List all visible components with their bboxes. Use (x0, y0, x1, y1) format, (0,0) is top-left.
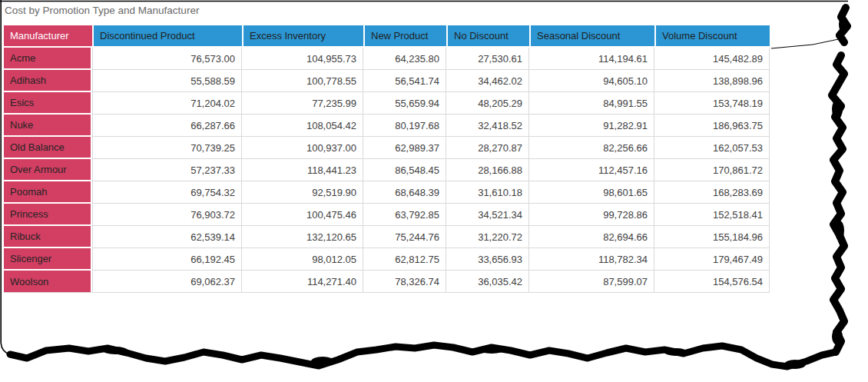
column-header-new-product[interactable]: New Product (363, 25, 446, 48)
row-header-over-armour[interactable]: Over Armour (4, 159, 92, 181)
cell-slicenger-discontinued-product[interactable]: 66,192.45 (92, 248, 242, 271)
matrix-row-nuke: Nuke66,287.66108,054.4280,197.6832,418.5… (4, 115, 770, 137)
cell-poomah-seasonal-discount[interactable]: 98,601.65 (529, 181, 654, 204)
cell-adihash-new-product[interactable]: 56,541.74 (363, 70, 446, 92)
cell-adihash-no-discount[interactable]: 34,462.02 (446, 70, 529, 92)
cell-princess-new-product[interactable]: 63,792.85 (363, 204, 446, 226)
matrix-row-slicenger: Slicenger66,192.4598,012.0562,812.7533,6… (4, 248, 770, 271)
cell-acme-volume-discount[interactable]: 145,482.89 (654, 48, 770, 70)
cell-ribuck-no-discount[interactable]: 31,220.72 (446, 226, 529, 248)
cell-acme-seasonal-discount[interactable]: 114,194.61 (529, 48, 654, 70)
cell-over-armour-discontinued-product[interactable]: 57,237.33 (92, 159, 242, 181)
matrix-row-old-balance: Old Balance70,739.25100,937.0062,989.372… (4, 137, 770, 159)
cost-matrix-table: ManufacturerDiscontinued ProductExcess I… (4, 25, 770, 293)
cell-poomah-no-discount[interactable]: 31,610.18 (446, 181, 529, 204)
cell-esics-excess-inventory[interactable]: 77,235.99 (242, 92, 363, 115)
row-header-esics[interactable]: Esics (4, 92, 92, 115)
matrix-row-acme: Acme76,573.00104,955.7364,235.8027,530.6… (4, 48, 770, 70)
cell-woolson-discontinued-product[interactable]: 69,062.37 (92, 271, 242, 293)
cell-ribuck-discontinued-product[interactable]: 62,539.14 (92, 226, 242, 248)
cell-adihash-seasonal-discount[interactable]: 94,605.10 (529, 70, 654, 92)
column-header-discontinued-product[interactable]: Discontinued Product (92, 25, 242, 48)
cell-old-balance-volume-discount[interactable]: 162,057.53 (654, 137, 770, 159)
row-header-slicenger[interactable]: Slicenger (4, 248, 92, 271)
cell-nuke-seasonal-discount[interactable]: 91,282.91 (529, 115, 654, 137)
matrix-row-over-armour: Over Armour57,237.33118,441.2386,548.452… (4, 159, 770, 181)
row-header-old-balance[interactable]: Old Balance (4, 137, 92, 159)
cell-nuke-new-product[interactable]: 80,197.68 (363, 115, 446, 137)
row-header-nuke[interactable]: Nuke (4, 115, 92, 137)
cell-old-balance-discontinued-product[interactable]: 70,739.25 (92, 137, 242, 159)
column-header-volume-discount[interactable]: Volume Discount (654, 25, 770, 48)
cell-acme-discontinued-product[interactable]: 76,573.00 (92, 48, 242, 70)
cell-ribuck-excess-inventory[interactable]: 132,120.65 (242, 226, 363, 248)
matrix-row-adihash: Adihash55,588.59100,778.5556,541.7434,46… (4, 70, 770, 92)
matrix-header-row: ManufacturerDiscontinued ProductExcess I… (4, 25, 770, 48)
cell-old-balance-seasonal-discount[interactable]: 82,256.66 (529, 137, 654, 159)
cell-nuke-discontinued-product[interactable]: 66,287.66 (92, 115, 242, 137)
cell-princess-excess-inventory[interactable]: 100,475.46 (242, 204, 363, 226)
row-header-princess[interactable]: Princess (4, 204, 92, 226)
cell-esics-seasonal-discount[interactable]: 84,991.55 (529, 92, 654, 115)
column-header-no-discount[interactable]: No Discount (446, 25, 529, 48)
cell-esics-no-discount[interactable]: 48,205.29 (446, 92, 529, 115)
column-header-seasonal-discount[interactable]: Seasonal Discount (529, 25, 654, 48)
cell-ribuck-volume-discount[interactable]: 155,184.96 (654, 226, 770, 248)
cell-slicenger-no-discount[interactable]: 33,656.93 (446, 248, 529, 271)
cell-over-armour-no-discount[interactable]: 28,166.88 (446, 159, 529, 181)
cell-esics-discontinued-product[interactable]: 71,204.02 (92, 92, 242, 115)
report-snippet: Cost by Promotion Type and Manufacturer … (0, 0, 868, 382)
cell-poomah-excess-inventory[interactable]: 92,519.90 (242, 181, 363, 204)
matrix-row-woolson: Woolson69,062.37114,271.4078,326.7436,03… (4, 271, 770, 293)
cell-adihash-excess-inventory[interactable]: 100,778.55 (242, 70, 363, 92)
cell-woolson-no-discount[interactable]: 36,035.42 (446, 271, 529, 293)
cell-over-armour-new-product[interactable]: 86,548.45 (363, 159, 446, 181)
cell-nuke-volume-discount[interactable]: 186,963.75 (654, 115, 770, 137)
matrix-row-ribuck: Ribuck62,539.14132,120.6575,244.7631,220… (4, 226, 770, 248)
cell-adihash-volume-discount[interactable]: 138,898.96 (654, 70, 770, 92)
cell-slicenger-seasonal-discount[interactable]: 118,782.34 (529, 248, 654, 271)
cell-acme-no-discount[interactable]: 27,530.61 (446, 48, 529, 70)
cell-old-balance-excess-inventory[interactable]: 100,937.00 (242, 137, 363, 159)
cell-princess-volume-discount[interactable]: 152,518.41 (654, 204, 770, 226)
cell-ribuck-seasonal-discount[interactable]: 82,694.66 (529, 226, 654, 248)
bottom-torn-edge (10, 345, 836, 367)
cell-woolson-new-product[interactable]: 78,326.74 (363, 271, 446, 293)
row-header-acme[interactable]: Acme (4, 48, 92, 70)
cell-slicenger-new-product[interactable]: 62,812.75 (363, 248, 446, 271)
matrix-row-princess: Princess76,903.72100,475.4663,792.8534,5… (4, 204, 770, 226)
row-header-adihash[interactable]: Adihash (4, 70, 92, 92)
cell-old-balance-no-discount[interactable]: 28,270.87 (446, 137, 529, 159)
cell-adihash-discontinued-product[interactable]: 55,588.59 (92, 70, 242, 92)
cell-nuke-excess-inventory[interactable]: 108,054.42 (242, 115, 363, 137)
cell-woolson-volume-discount[interactable]: 154,576.54 (654, 271, 770, 293)
column-header-manufacturer[interactable]: Manufacturer (4, 25, 92, 48)
cell-over-armour-seasonal-discount[interactable]: 112,457.16 (529, 159, 654, 181)
column-header-excess-inventory[interactable]: Excess Inventory (242, 25, 363, 48)
cell-over-armour-excess-inventory[interactable]: 118,441.23 (242, 159, 363, 181)
cell-poomah-new-product[interactable]: 68,648.39 (363, 181, 446, 204)
row-header-poomah[interactable]: Poomah (4, 181, 92, 204)
cell-esics-new-product[interactable]: 55,659.94 (363, 92, 446, 115)
row-header-woolson[interactable]: Woolson (4, 271, 92, 293)
cell-woolson-seasonal-discount[interactable]: 87,599.07 (529, 271, 654, 293)
cell-over-armour-volume-discount[interactable]: 170,861.72 (654, 159, 770, 181)
cell-acme-new-product[interactable]: 64,235.80 (363, 48, 446, 70)
cell-woolson-excess-inventory[interactable]: 114,271.40 (242, 271, 363, 293)
cell-esics-volume-discount[interactable]: 153,748.19 (654, 92, 770, 115)
cell-slicenger-excess-inventory[interactable]: 98,012.05 (242, 248, 363, 271)
row-header-ribuck[interactable]: Ribuck (4, 226, 92, 248)
cell-princess-no-discount[interactable]: 34,521.34 (446, 204, 529, 226)
visual-title: Cost by Promotion Type and Manufacturer (5, 5, 199, 16)
cell-princess-discontinued-product[interactable]: 76,903.72 (92, 204, 242, 226)
cell-poomah-discontinued-product[interactable]: 69,754.32 (92, 181, 242, 204)
cell-ribuck-new-product[interactable]: 75,244.76 (363, 226, 446, 248)
cell-poomah-volume-discount[interactable]: 168,283.69 (654, 181, 770, 204)
matrix-row-esics: Esics71,204.0277,235.9955,659.9448,205.2… (4, 92, 770, 115)
cell-princess-seasonal-discount[interactable]: 99,728.86 (529, 204, 654, 226)
cell-acme-excess-inventory[interactable]: 104,955.73 (242, 48, 363, 70)
cell-nuke-no-discount[interactable]: 32,418.52 (446, 115, 529, 137)
right-torn-edge (832, 8, 847, 352)
cell-slicenger-volume-discount[interactable]: 179,467.49 (654, 248, 770, 271)
cell-old-balance-new-product[interactable]: 62,989.37 (363, 137, 446, 159)
